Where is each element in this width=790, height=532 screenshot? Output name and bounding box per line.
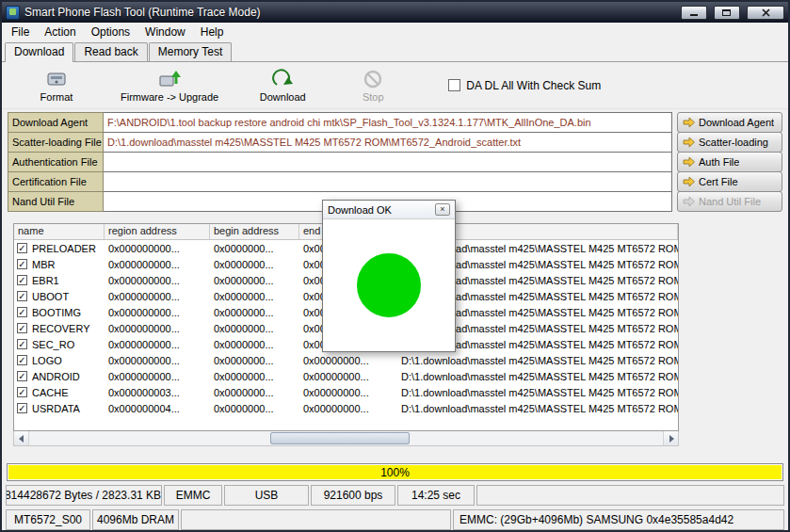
da-checksum-checkbox[interactable] [448,79,460,91]
maximize-button[interactable] [714,6,740,20]
partition-name: USRDATA [32,403,80,414]
stop-label: Stop [363,91,384,103]
scatter-file-input[interactable] [104,132,672,153]
minimize-button[interactable] [681,6,707,20]
auth-file-button-label: Auth File [699,156,739,168]
status-dram: 4096Mb DRAM [92,509,179,530]
download-ok-ring-icon [357,253,421,317]
titlebar: Smart Phone Flash Tool (Runtime Trace Mo… [2,2,788,23]
file-location: D:\1.download\masstel m425\MASSTEL M425 … [397,371,678,382]
statusbar-top: -1814428672 Bytes / 2823.31 KBps EMMC US… [6,485,784,506]
row-checkbox[interactable] [17,243,27,253]
col-begin-address[interactable]: begin address [210,224,299,239]
close-button[interactable] [747,6,784,20]
scroll-left-arrow-icon[interactable] [14,431,29,445]
status-baud-rate: 921600 bps [311,485,395,506]
col-region-address[interactable]: region address [105,224,210,239]
end-address: 0x00000000... [299,387,397,398]
status-empty-panel [476,485,784,506]
begin-address: 0x0000000... [210,371,299,382]
partition-name: LOGO [32,355,62,366]
row-checkbox[interactable] [17,403,27,413]
tab-memory-test[interactable]: Memory Test [149,42,232,61]
menu-window[interactable]: Window [137,24,193,40]
scatter-loading-button[interactable]: Scatter-loading [677,132,782,153]
region-address: 0x000000000... [105,259,210,270]
tab-strip: Download Read back Memory Test [2,40,788,62]
auth-file-button[interactable]: Auth File [677,152,782,172]
scroll-right-arrow-icon[interactable] [663,431,678,445]
statusbar-bottom: MT6572_S00 4096Mb DRAM EMMC: (29Gb+4096M… [6,509,784,530]
row-checkbox[interactable] [17,355,27,365]
row-checkbox[interactable] [17,339,27,349]
partition-name: RECOVERY [32,323,90,334]
dialog-titlebar[interactable]: Download OK [323,201,455,219]
begin-address: 0x0000000... [210,323,299,334]
row-checkbox[interactable] [17,323,27,333]
da-checksum-group: DA DL All With Check Sum [448,79,601,92]
begin-address: 0x0000000... [210,291,299,302]
stop-button: Stop [347,69,399,103]
horizontal-scrollbar[interactable] [13,431,679,446]
download-agent-button[interactable]: Download Agent [677,112,782,133]
cert-file-button[interactable]: Cert File [677,171,782,192]
tab-download[interactable]: Download [5,42,73,62]
table-row-cache[interactable]: CACHE 0x000000003... 0x0000000... 0x0000… [14,384,678,400]
region-address: 0x000000000... [105,323,210,334]
firmware-upgrade-button[interactable]: Firmware -> Upgrade [121,69,218,103]
row-checkbox[interactable] [17,307,27,317]
scatter-loading-button-label: Scatter-loading [699,137,768,148]
region-address: 0x000000000... [105,291,210,302]
partition-name: BOOTIMG [32,307,81,318]
row-checkbox[interactable] [17,259,27,269]
region-address: 0x000000000... [105,307,210,318]
menu-action[interactable]: Action [37,24,83,40]
nand-util-label: Nand Util File [8,191,104,212]
auth-file-input[interactable] [104,152,672,172]
row-checkbox[interactable] [17,387,27,397]
dialog-body [323,219,455,351]
progress-percent: 100% [8,464,782,480]
region-address: 0x000000000... [105,355,210,366]
app-icon [6,6,20,20]
menu-help[interactable]: Help [193,24,232,40]
region-address: 0x000000003... [105,387,210,398]
table-row-logo[interactable]: LOGO 0x000000000... 0x0000000... 0x00000… [14,352,678,368]
status-storage-type: EMMC [164,485,222,506]
download-agent-input[interactable] [104,112,672,133]
dialog-close-button[interactable] [435,203,450,216]
download-agent-button-label: Download Agent [699,117,774,128]
status-chipset: MT6572_S00 [6,509,90,530]
menu-options[interactable]: Options [84,24,137,40]
dialog-title: Download OK [328,204,435,216]
row-checkbox[interactable] [17,275,27,285]
file-location: D:\1.download\masstel m425\MASSTEL M425 … [397,355,678,366]
region-address: 0x000000000... [105,371,210,382]
table-row-android[interactable]: ANDROID 0x000000000... 0x0000000... 0x00… [14,368,678,384]
download-label: Download [260,91,306,103]
firmware-upgrade-label: Firmware -> Upgrade [121,91,218,103]
menu-file[interactable]: File [4,24,37,40]
cert-file-label: Certification File [8,171,104,192]
begin-address: 0x0000000... [210,355,299,366]
close-icon [762,8,770,17]
download-button[interactable]: Download [256,69,309,103]
scrollbar-thumb[interactable] [270,432,410,444]
nand-util-button-label: Nand Util File [699,196,761,207]
cert-file-input[interactable] [104,171,672,192]
download-agent-row: Download Agent Download Agent [8,112,782,133]
partition-name: EBR1 [32,275,59,286]
row-checkbox[interactable] [17,371,27,381]
begin-address: 0x0000000... [210,243,299,254]
format-button[interactable]: Format [30,69,83,103]
format-icon [45,69,68,89]
table-row-usrdata[interactable]: USRDATA 0x000000004... 0x0000000... 0x00… [14,400,678,416]
tab-read-back[interactable]: Read back [74,42,147,61]
partition-name: SEC_RO [32,339,74,350]
scatter-file-row: Scatter-loading File Scatter-loading [8,132,782,153]
cert-file-button-label: Cert File [699,176,738,187]
partition-name: CACHE [32,387,69,398]
begin-address: 0x0000000... [210,307,299,318]
col-name[interactable]: name [14,224,105,239]
row-checkbox[interactable] [17,291,27,301]
